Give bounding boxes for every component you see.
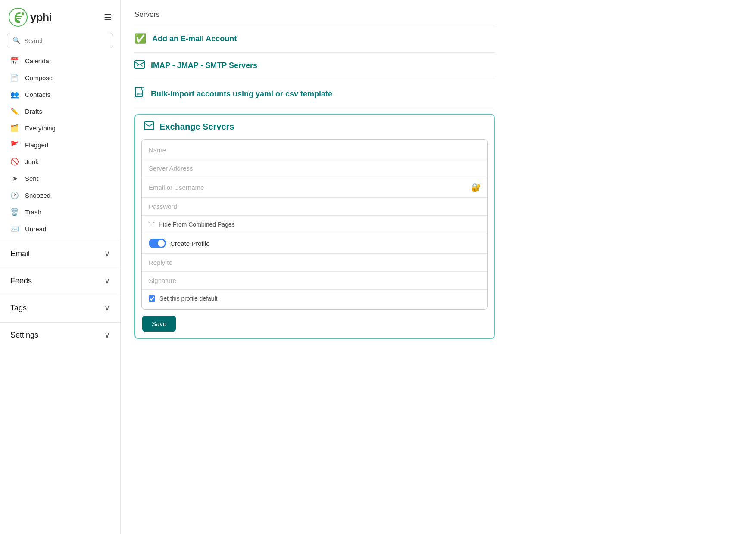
logo-icon xyxy=(9,8,28,27)
search-icon: 🔍 xyxy=(12,37,21,44)
sent-icon: ➤ xyxy=(10,174,19,183)
sidebar-label-compose: Compose xyxy=(25,74,53,81)
svg-line-8 xyxy=(141,65,143,66)
server-address-input[interactable] xyxy=(149,165,481,172)
feeds-section: Feeds ∨ xyxy=(0,268,120,292)
feeds-chevron-icon: ∨ xyxy=(104,276,110,286)
everything-icon: 🗂️ xyxy=(10,124,19,132)
sidebar-label-snoozed: Snoozed xyxy=(25,192,50,199)
set-default-label: Set this profile default xyxy=(159,295,218,302)
svg-line-5 xyxy=(135,62,140,65)
email-section-label: Email xyxy=(10,249,30,258)
name-field[interactable] xyxy=(142,141,487,159)
svg-text:yml: yml xyxy=(137,92,142,96)
set-default-checkbox[interactable] xyxy=(149,295,155,302)
page-title: Servers xyxy=(134,10,495,25)
bulk-import-icon: yml xyxy=(134,87,145,101)
bulk-import-label: Bulk-import accounts using yaml or csv t… xyxy=(151,90,332,99)
hamburger-button[interactable]: ☰ xyxy=(104,12,112,22)
sidebar-item-everything[interactable]: 🗂️ Everything xyxy=(0,120,120,137)
password-field[interactable] xyxy=(142,198,487,216)
svg-rect-2 xyxy=(15,18,21,19)
feeds-section-label: Feeds xyxy=(10,276,32,286)
sidebar-item-snoozed[interactable]: 🕐 Snoozed xyxy=(0,187,120,204)
sidebar-item-compose[interactable]: 📄 Compose xyxy=(0,69,120,86)
password-input[interactable] xyxy=(149,203,481,210)
create-profile-label: Create Profile xyxy=(170,240,210,247)
drafts-icon: ✏️ xyxy=(10,107,19,115)
calendar-icon: 📅 xyxy=(10,57,19,65)
svg-point-0 xyxy=(9,8,27,26)
svg-line-14 xyxy=(149,123,154,126)
logo-area: yphi xyxy=(9,8,51,27)
sidebar-label-sent: Sent xyxy=(25,175,38,182)
hide-combined-checkbox[interactable] xyxy=(149,222,154,227)
imap-label: IMAP - JMAP - SMTP Servers xyxy=(151,61,257,70)
hide-combined-row[interactable]: Hide From Combined Pages xyxy=(142,216,487,233)
settings-section: Settings ∨ xyxy=(0,322,120,346)
logo-text: yphi xyxy=(30,11,51,24)
search-box[interactable]: 🔍 xyxy=(7,33,113,48)
email-field[interactable]: 🔐 xyxy=(142,177,487,198)
set-default-row[interactable]: Set this profile default xyxy=(142,290,487,307)
settings-section-header[interactable]: Settings ∨ xyxy=(0,324,120,346)
main-content: Servers ✅ Add an E-mail Account IMAP - J… xyxy=(121,0,756,534)
sidebar-item-drafts[interactable]: ✏️ Drafts xyxy=(0,103,120,120)
sidebar-item-flagged[interactable]: 🚩 Flagged xyxy=(0,137,120,153)
sidebar-label-junk: Junk xyxy=(25,158,39,165)
bulk-import-row[interactable]: yml Bulk-import accounts using yaml or c… xyxy=(134,79,495,109)
tags-section-header[interactable]: Tags ∨ xyxy=(0,297,120,319)
add-email-row[interactable]: ✅ Add an E-mail Account xyxy=(134,25,495,53)
server-address-field[interactable] xyxy=(142,159,487,177)
sidebar-label-trash: Trash xyxy=(25,208,41,216)
svg-rect-10 xyxy=(141,87,144,90)
sidebar-label-contacts: Contacts xyxy=(25,91,50,98)
save-button[interactable]: Save xyxy=(142,316,176,332)
settings-section-label: Settings xyxy=(10,331,38,340)
sidebar-header: yphi ☰ xyxy=(0,0,120,33)
create-profile-row[interactable]: Create Profile xyxy=(142,233,487,254)
junk-icon: 🚫 xyxy=(10,158,19,166)
reply-to-field[interactable] xyxy=(142,254,487,272)
snoozed-icon: 🕐 xyxy=(10,191,19,199)
exchange-title: Exchange Servers xyxy=(159,122,234,132)
sidebar-item-sent[interactable]: ➤ Sent xyxy=(0,170,120,187)
tags-section-label: Tags xyxy=(10,304,27,313)
exchange-icon xyxy=(144,121,154,132)
name-input[interactable] xyxy=(149,146,481,154)
tags-section: Tags ∨ xyxy=(0,295,120,319)
exchange-box: Exchange Servers 🔐 Hi xyxy=(134,114,495,339)
email-section-header[interactable]: Email ∨ xyxy=(0,243,120,264)
unread-icon: ✉️ xyxy=(10,225,19,233)
search-input[interactable] xyxy=(24,37,108,44)
sidebar-label-unread: Unread xyxy=(25,225,46,233)
email-section: Email ∨ xyxy=(0,241,120,264)
sidebar-nav: 📅 Calendar 📄 Compose 👥 Contacts ✏️ Draft… xyxy=(0,53,120,237)
contacts-icon: 👥 xyxy=(10,90,19,99)
email-chevron-icon: ∨ xyxy=(104,249,110,258)
exchange-form: 🔐 Hide From Combined Pages Create Profil… xyxy=(141,139,488,310)
tags-chevron-icon: ∨ xyxy=(104,303,110,313)
sidebar-item-trash[interactable]: 🗑️ Trash xyxy=(0,204,120,220)
imap-icon xyxy=(134,60,145,71)
create-profile-toggle[interactable] xyxy=(149,239,166,248)
exchange-header[interactable]: Exchange Servers xyxy=(135,115,494,139)
imap-row[interactable]: IMAP - JMAP - SMTP Servers xyxy=(134,53,495,79)
svg-rect-1 xyxy=(15,16,22,17)
sidebar-item-contacts[interactable]: 👥 Contacts xyxy=(0,86,120,103)
svg-line-13 xyxy=(144,123,149,126)
trash-icon: 🗑️ xyxy=(10,208,19,216)
add-email-icon: ✅ xyxy=(134,33,146,44)
sidebar-label-everything: Everything xyxy=(25,124,56,132)
sidebar-item-junk[interactable]: 🚫 Junk xyxy=(0,153,120,170)
settings-chevron-icon: ∨ xyxy=(104,330,110,340)
signature-input[interactable] xyxy=(149,277,481,284)
signature-field[interactable] xyxy=(142,272,487,290)
sidebar-item-unread[interactable]: ✉️ Unread xyxy=(0,220,120,237)
sidebar-label-drafts: Drafts xyxy=(25,108,42,115)
flagged-icon: 🚩 xyxy=(10,141,19,149)
email-input[interactable] xyxy=(149,184,471,191)
feeds-section-header[interactable]: Feeds ∨ xyxy=(0,270,120,292)
sidebar-item-calendar[interactable]: 📅 Calendar xyxy=(0,53,120,69)
reply-to-input[interactable] xyxy=(149,259,481,266)
